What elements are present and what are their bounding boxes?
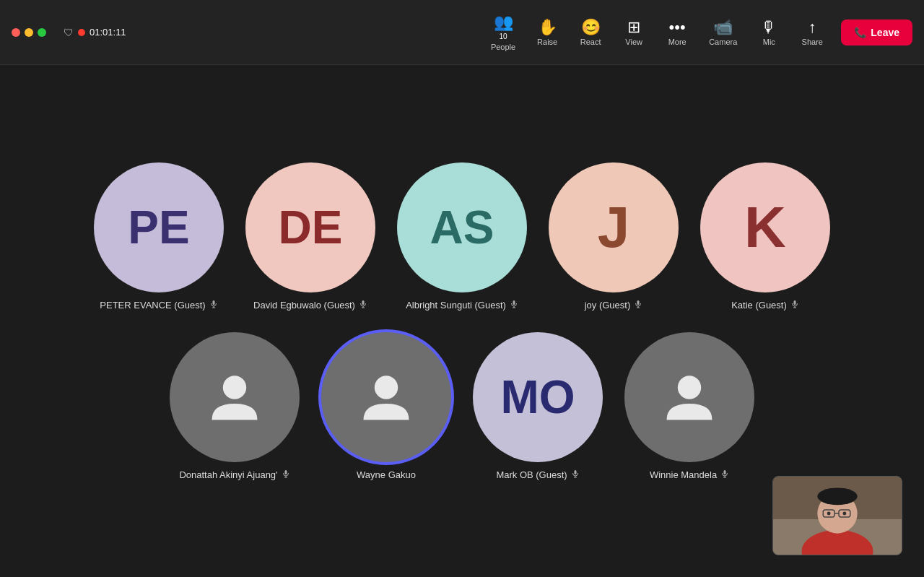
participant-de: DEDavid Egbuwalo (Guest): [245, 162, 375, 311]
svg-rect-24: [724, 470, 726, 474]
participant-pe: PEPETER EVANCE (Guest): [94, 162, 224, 311]
participant-j: Jjoy (Guest): [549, 162, 679, 311]
participant-name-as: Albright Sunguti (Guest): [406, 300, 518, 311]
more-icon: •••: [669, 19, 686, 35]
recording-indicator: 🛡 01:01:11: [64, 27, 126, 38]
svg-point-15: [223, 376, 246, 399]
participant-k: KKatie (Guest): [700, 162, 830, 311]
participant-avatar-as: AS: [397, 162, 527, 292]
react-icon: 😊: [581, 19, 601, 35]
mic-muted-icon-da: [282, 469, 290, 480]
mic-button[interactable]: 🎙 Mic: [747, 15, 790, 51]
raise-label: Raise: [537, 38, 557, 46]
camera-button[interactable]: 📹 Camera: [699, 15, 747, 51]
camera-label: Camera: [709, 38, 737, 46]
react-label: React: [580, 38, 601, 46]
participant-avatar-da: [170, 332, 300, 462]
mic-muted-icon-pe: [209, 300, 218, 311]
participant-wm: Winnie Mandela: [624, 332, 754, 480]
svg-rect-20: [574, 470, 576, 474]
share-icon: ↑: [808, 19, 816, 35]
participant-wg: Wayne Gakuo: [321, 332, 451, 480]
participant-name-da: Donattah Akinyi Ajuang': [179, 469, 289, 480]
mic-muted-icon-wm: [720, 469, 729, 480]
svg-point-23: [678, 376, 701, 399]
participant-avatar-mo: MO: [473, 332, 603, 462]
participant-avatar-wg: [321, 332, 451, 462]
raise-button[interactable]: ✋ Raise: [526, 15, 569, 51]
mic-muted-icon-k: [790, 300, 799, 311]
raise-icon: ✋: [538, 19, 557, 35]
toolbar: 👥 10 People ✋ Raise 😊 React ⊞ View ••• M…: [469, 0, 924, 65]
camera-icon: 📹: [713, 19, 733, 35]
leave-label: Leave: [871, 27, 899, 38]
participant-name-wm: Winnie Mandela: [650, 469, 729, 480]
svg-point-34: [817, 487, 857, 505]
participant-avatar-j: J: [549, 162, 679, 292]
participant-as: ASAlbright Sunguti (Guest): [397, 162, 527, 311]
share-label: Share: [802, 38, 823, 46]
svg-rect-3: [362, 300, 364, 305]
mic-muted-icon-mo: [571, 469, 580, 480]
participant-row-2: Donattah Akinyi Ajuang' Wayne GakuoMOMar…: [170, 332, 754, 480]
svg-rect-9: [637, 300, 640, 305]
view-button[interactable]: ⊞ View: [612, 15, 655, 51]
close-button[interactable]: [12, 28, 20, 37]
mic-muted-icon-as: [510, 300, 518, 311]
header: 🛡 01:01:11 👥 10 People ✋ Raise 😊 React ⊞…: [0, 0, 924, 65]
self-view: [772, 476, 902, 555]
participant-avatar-pe: PE: [94, 162, 224, 292]
view-label: View: [625, 38, 642, 46]
shield-icon: 🛡: [64, 27, 74, 38]
svg-point-35: [827, 512, 831, 516]
timer: 01:01:11: [90, 27, 126, 38]
participant-name-wg: Wayne Gakuo: [357, 469, 416, 480]
mic-icon: 🎙: [761, 19, 777, 35]
participant-mo: MOMark OB (Guest): [473, 332, 603, 480]
people-icon: 👥: [494, 14, 513, 30]
react-button[interactable]: 😊 React: [569, 15, 612, 51]
participant-name-mo: Mark OB (Guest): [496, 469, 579, 480]
recording-dot: [78, 29, 85, 36]
mic-muted-icon-de: [359, 300, 367, 311]
main-content: PEPETER EVANCE (Guest) DEDavid Egbuwalo …: [0, 65, 924, 577]
participant-grid: PEPETER EVANCE (Guest) DEDavid Egbuwalo …: [94, 162, 830, 480]
traffic-lights: [12, 28, 46, 37]
self-view-image: [773, 477, 902, 555]
participant-avatar-de: DE: [245, 162, 375, 292]
participant-name-pe: PETER EVANCE (Guest): [100, 300, 217, 311]
participant-da: Donattah Akinyi Ajuang': [170, 332, 300, 480]
participant-avatar-k: K: [700, 162, 830, 292]
participant-avatar-wm: [624, 332, 754, 462]
more-button[interactable]: ••• More: [655, 15, 699, 51]
maximize-button[interactable]: [38, 28, 46, 37]
more-label: More: [668, 38, 687, 46]
svg-point-36: [842, 512, 846, 516]
leave-button[interactable]: 📞 Leave: [841, 19, 912, 45]
people-count: 10: [499, 32, 507, 40]
minimize-button[interactable]: [25, 28, 33, 37]
participant-name-de: David Egbuwalo (Guest): [253, 300, 367, 311]
svg-point-19: [375, 376, 398, 399]
view-icon: ⊞: [627, 19, 640, 35]
svg-rect-0: [212, 300, 214, 305]
leave-phone-icon: 📞: [854, 27, 866, 38]
svg-rect-6: [513, 300, 515, 305]
participant-row-1: PEPETER EVANCE (Guest) DEDavid Egbuwalo …: [94, 162, 830, 311]
participant-name-j: joy (Guest): [585, 300, 643, 311]
mic-label: Mic: [763, 38, 775, 46]
people-label: People: [491, 43, 515, 51]
share-button[interactable]: ↑ Share: [790, 15, 834, 51]
people-button[interactable]: 👥 10 People: [481, 10, 526, 56]
header-left: 🛡 01:01:11: [12, 27, 126, 38]
svg-rect-16: [284, 470, 287, 474]
svg-rect-12: [793, 300, 796, 305]
mic-muted-icon-j: [634, 300, 642, 311]
participant-name-k: Katie (Guest): [731, 300, 799, 311]
